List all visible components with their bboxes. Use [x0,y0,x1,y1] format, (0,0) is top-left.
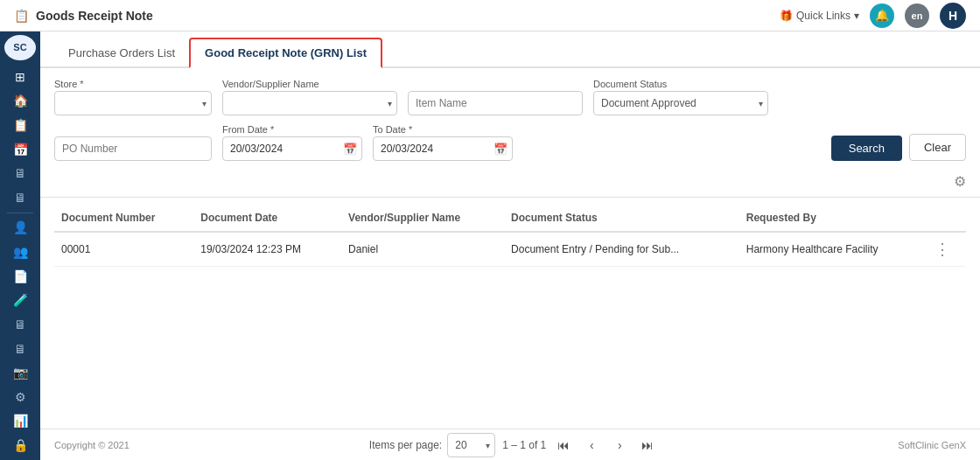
form-row-1: Store * ▾ Vendor/Supplier Name [54,79,966,115]
row-action-menu-icon[interactable]: ⋮ [934,240,950,258]
tab-bar: Purchase Orders List Good Receipt Note (… [40,31,980,68]
sidebar-item-orders[interactable]: 📋 [4,114,37,136]
col-requested-by: Requested By [739,205,928,232]
sidebar-item-dashboard[interactable]: 🏠 [4,90,37,113]
sidebar-item-reports[interactable]: 📊 [4,410,37,433]
page-prev-button[interactable]: ‹ [581,435,602,456]
sidebar-item-home[interactable]: ⊞ [4,66,37,88]
table-header-row: Document Number Document Date Vendor/Sup… [54,205,966,232]
page-next-button[interactable]: › [609,435,630,456]
sidebar: SC ⊞ 🏠 📋 📅 🖥 🖥 👤 👥 📄 🧪 🖥 🖥 📷 ⚙ 📊 🔒 [0,31,40,460]
per-page-wrapper: 20 10 50 100 ▾ [447,433,495,457]
user-menu-button[interactable]: H [940,3,966,29]
settings-row: ⚙ [54,170,966,190]
copyright-text: Copyright © 2021 [54,440,130,450]
bell-icon: 🔔 [875,9,889,22]
pagination-range: 1 – 1 of 1 [502,439,546,451]
brand-text: SoftClinic GenX [898,440,966,450]
col-vendor-name: Vendor/Supplier Name [341,205,504,232]
to-date-wrapper: 📅 [373,136,513,161]
store-select[interactable] [54,91,212,115]
user-initial: H [948,9,957,23]
cell-doc-status: Document Entry / Pending for Sub... [504,232,739,267]
item-name-group: Item Name [408,79,583,115]
content-area: Purchase Orders List Good Receipt Note (… [40,31,980,460]
language-label: en [912,10,923,21]
sidebar-item-camera[interactable]: 📷 [4,361,37,384]
vendor-select-wrapper: ▾ [222,91,397,115]
doc-status-select-wrapper: Document Approved ▾ [593,91,768,115]
sidebar-item-lock[interactable]: 🔒 [4,434,37,457]
store-label: Store * [54,79,212,89]
sidebar-item-settings[interactable]: ⚙ [4,386,37,408]
po-number-input[interactable] [54,136,212,161]
chevron-down-icon: ▾ [854,10,859,22]
clear-button[interactable]: Clear [909,134,966,161]
per-page-select[interactable]: 20 10 50 100 [447,433,495,457]
item-name-input[interactable] [408,91,583,115]
from-date-wrapper: 📅 [222,136,362,161]
to-date-group: To Date * 📅 [373,124,513,161]
footer: Copyright © 2021 Items per page: 20 10 5… [40,429,980,460]
form-area: Store * ▾ Vendor/Supplier Name [40,68,980,198]
col-actions [928,205,966,232]
sidebar-item-screen[interactable]: 🖥 [4,313,37,336]
sidebar-item-documents[interactable]: 📄 [4,265,37,288]
gift-icon: 🎁 [780,10,793,22]
table-row: 00001 19/03/2024 12:23 PM Daniel Documen… [54,232,966,267]
store-select-wrapper: ▾ [54,91,212,115]
sidebar-item-monitor[interactable]: 🖥 [4,162,37,185]
col-doc-number: Document Number [54,205,193,232]
main-layout: SC ⊞ 🏠 📋 📅 🖥 🖥 👤 👥 📄 🧪 🖥 🖥 📷 ⚙ 📊 🔒 Purch… [0,31,980,460]
page-first-button[interactable]: ⏮ [553,435,574,456]
sidebar-item-calendar[interactable]: 📅 [4,138,37,161]
cell-vendor-name: Daniel [341,232,504,267]
quick-links-label: Quick Links [796,10,850,22]
tab-grn-list[interactable]: Good Receipt Note (GRN) List [189,38,382,68]
to-date-input[interactable] [373,136,513,161]
cell-actions[interactable]: ⋮ [928,232,966,267]
pagination-controls: Items per page: 20 10 50 100 ▾ 1 – 1 of … [369,433,658,457]
doc-status-select[interactable]: Document Approved [593,91,768,115]
to-date-label: To Date * [373,124,513,135]
table-area: Document Number Document Date Vendor/Sup… [40,198,980,429]
settings-gear-icon[interactable]: ⚙ [954,173,966,190]
doc-status-group: Document Status Document Approved ▾ [593,79,768,115]
search-button[interactable]: Search [831,136,902,161]
from-date-group: From Date * 📅 [222,124,362,161]
cell-requested-by: Harmony Healthcare Facility [739,232,928,267]
notifications-button[interactable]: 🔔 [870,3,894,28]
from-date-label: From Date * [222,124,362,135]
col-doc-date: Document Date [193,205,341,232]
store-group: Store * ▾ [54,79,212,115]
tab-purchase-orders[interactable]: Purchase Orders List [54,39,189,68]
items-per-page-group: Items per page: 20 10 50 100 ▾ [369,433,495,457]
po-number-group: PO [54,124,212,161]
sidebar-item-screen2[interactable]: 🖥 [4,338,37,360]
from-date-input[interactable] [222,136,362,161]
topbar: 📋 Goods Receipt Note 🎁 Quick Links ▾ 🔔 e… [0,0,980,31]
items-per-page-label: Items per page: [369,439,442,451]
sidebar-divider-1 [7,213,33,213]
col-doc-status: Document Status [504,205,739,232]
sidebar-item-user[interactable]: 👤 [4,217,37,240]
grn-table: Document Number Document Date Vendor/Sup… [54,205,966,267]
quick-links-button[interactable]: 🎁 Quick Links ▾ [780,10,859,22]
sidebar-item-monitor2[interactable]: 🖥 [4,186,37,209]
sidebar-item-lab[interactable]: 🧪 [4,289,37,311]
topbar-right: 🎁 Quick Links ▾ 🔔 en H [780,3,966,29]
sidebar-logo[interactable]: SC [4,35,36,60]
page-last-button[interactable]: ⏭ [637,435,658,456]
cell-doc-date: 19/03/2024 12:23 PM [193,232,341,267]
vendor-group: Vendor/Supplier Name ▾ [222,79,397,115]
topbar-title: Goods Receipt Note [36,9,773,23]
sidebar-item-users[interactable]: 👥 [4,240,37,263]
vendor-label: Vendor/Supplier Name [222,79,397,89]
action-buttons: Search Clear [831,134,966,161]
cell-doc-number: 00001 [54,232,193,267]
vendor-select[interactable] [222,91,397,115]
form-row-2: PO From Date * 📅 To Date * 📅 [54,124,966,161]
topbar-menu-icon: 📋 [14,9,29,23]
language-button[interactable]: en [905,3,929,28]
doc-status-label: Document Status [593,79,768,89]
